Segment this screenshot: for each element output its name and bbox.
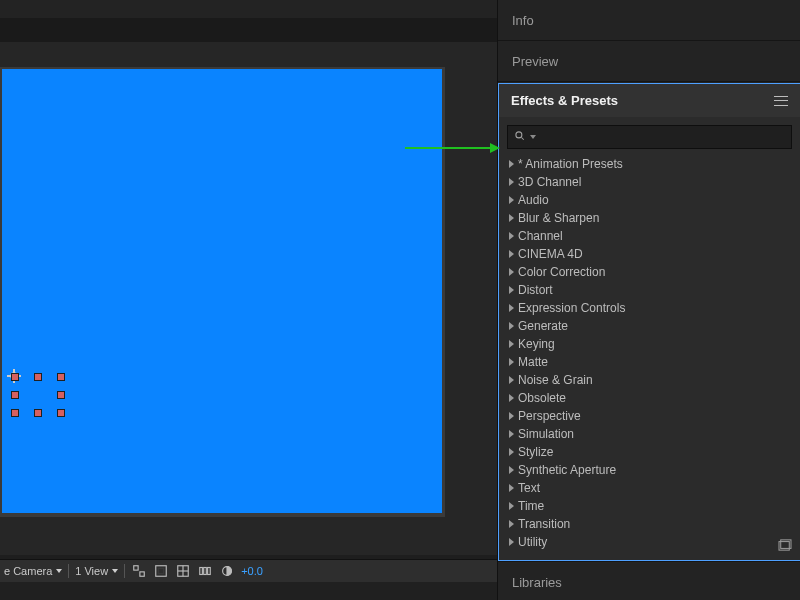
effects-presets-search[interactable] bbox=[507, 125, 792, 149]
right-panel-stack: Info Preview Effects & Presets bbox=[497, 0, 800, 600]
disclosure-triangle-icon[interactable] bbox=[509, 394, 514, 402]
view-layout-label: 1 View bbox=[75, 565, 108, 577]
effects-category-label: Text bbox=[518, 481, 540, 495]
composition-canvas[interactable] bbox=[2, 69, 442, 513]
svg-rect-9 bbox=[208, 568, 211, 575]
effects-presets-header[interactable]: Effects & Presets bbox=[498, 83, 800, 117]
effects-category[interactable]: Channel bbox=[507, 227, 792, 245]
disclosure-triangle-icon[interactable] bbox=[509, 484, 514, 492]
disclosure-triangle-icon[interactable] bbox=[509, 178, 514, 186]
info-panel-label: Info bbox=[512, 13, 534, 28]
effects-category[interactable]: Stylize bbox=[507, 443, 792, 461]
search-icon bbox=[514, 130, 526, 145]
active-camera-label: e Camera bbox=[4, 565, 52, 577]
disclosure-triangle-icon[interactable] bbox=[509, 286, 514, 294]
preview-panel-tab[interactable]: Preview bbox=[498, 41, 800, 82]
effects-category[interactable]: Blur & Sharpen bbox=[507, 209, 792, 227]
effects-category[interactable]: Audio bbox=[507, 191, 792, 209]
effects-category[interactable]: CINEMA 4D bbox=[507, 245, 792, 263]
effects-category[interactable]: Simulation bbox=[507, 425, 792, 443]
effects-category[interactable]: Text bbox=[507, 479, 792, 497]
resize-handle-top-middle[interactable] bbox=[34, 373, 42, 381]
resize-handle-top-right[interactable] bbox=[57, 373, 65, 381]
effects-category-label: Audio bbox=[518, 193, 549, 207]
svg-rect-2 bbox=[156, 566, 167, 577]
effects-presets-search-input[interactable] bbox=[540, 130, 785, 144]
effects-category[interactable]: Expression Controls bbox=[507, 299, 792, 317]
disclosure-triangle-icon[interactable] bbox=[509, 358, 514, 366]
resize-handle-bottom-middle[interactable] bbox=[34, 409, 42, 417]
resize-handle-bottom-left[interactable] bbox=[11, 409, 19, 417]
view-layout-dropdown[interactable]: 1 View bbox=[75, 565, 118, 577]
effects-category[interactable]: Generate bbox=[507, 317, 792, 335]
disclosure-triangle-icon[interactable] bbox=[509, 520, 514, 528]
libraries-panel-tab[interactable]: Libraries bbox=[498, 562, 800, 600]
toggle-transparency-grid-button[interactable] bbox=[131, 563, 147, 579]
effects-category[interactable]: Obsolete bbox=[507, 389, 792, 407]
effects-category[interactable]: Noise & Grain bbox=[507, 371, 792, 389]
chevron-down-icon bbox=[112, 569, 118, 573]
libraries-panel-label: Libraries bbox=[512, 575, 562, 590]
svg-rect-8 bbox=[204, 568, 207, 575]
disclosure-triangle-icon[interactable] bbox=[509, 196, 514, 204]
disclosure-triangle-icon[interactable] bbox=[509, 502, 514, 510]
exposure-value[interactable]: +0.0 bbox=[241, 565, 263, 577]
disclosure-triangle-icon[interactable] bbox=[509, 412, 514, 420]
composition-top-bar bbox=[0, 0, 497, 42]
disclosure-triangle-icon[interactable] bbox=[509, 250, 514, 258]
disclosure-triangle-icon[interactable] bbox=[509, 268, 514, 276]
active-camera-dropdown[interactable]: e Camera bbox=[4, 565, 62, 577]
effects-category[interactable]: Color Correction bbox=[507, 263, 792, 281]
disclosure-triangle-icon[interactable] bbox=[509, 304, 514, 312]
selected-layer[interactable] bbox=[11, 373, 67, 418]
effects-category[interactable]: Distort bbox=[507, 281, 792, 299]
resize-handle-top-left[interactable] bbox=[11, 373, 19, 381]
disclosure-triangle-icon[interactable] bbox=[509, 214, 514, 222]
disclosure-triangle-icon[interactable] bbox=[509, 430, 514, 438]
svg-line-12 bbox=[522, 137, 524, 139]
disclosure-triangle-icon[interactable] bbox=[509, 232, 514, 240]
disclosure-triangle-icon[interactable] bbox=[509, 376, 514, 384]
effects-category-label: Channel bbox=[518, 229, 563, 243]
resize-handle-middle-left[interactable] bbox=[11, 391, 19, 399]
composition-viewport-area bbox=[0, 42, 497, 555]
disclosure-triangle-icon[interactable] bbox=[509, 322, 514, 330]
effects-category-label: Distort bbox=[518, 283, 553, 297]
effects-category[interactable]: * Animation Presets bbox=[507, 155, 792, 173]
effects-category[interactable]: Keying bbox=[507, 335, 792, 353]
region-of-interest-button[interactable] bbox=[175, 563, 191, 579]
effects-category-label: Obsolete bbox=[518, 391, 566, 405]
chevron-down-icon bbox=[530, 135, 536, 139]
disclosure-triangle-icon[interactable] bbox=[509, 448, 514, 456]
disclosure-triangle-icon[interactable] bbox=[509, 340, 514, 348]
composition-viewport-frame[interactable] bbox=[0, 67, 445, 517]
viewer-status-bar: e Camera 1 View + bbox=[0, 559, 497, 600]
effects-category[interactable]: Synthetic Aperture bbox=[507, 461, 792, 479]
svg-rect-7 bbox=[200, 568, 203, 575]
toggle-mask-button[interactable] bbox=[153, 563, 169, 579]
info-panel-tab[interactable]: Info bbox=[498, 0, 800, 41]
composition-region bbox=[0, 0, 497, 555]
effects-category[interactable]: Matte bbox=[507, 353, 792, 371]
effects-category-label: Blur & Sharpen bbox=[518, 211, 599, 225]
separator bbox=[124, 564, 125, 578]
effects-category-label: Generate bbox=[518, 319, 568, 333]
effects-presets-tree[interactable]: * Animation Presets3D ChannelAudioBlur &… bbox=[507, 155, 792, 551]
effects-category-label: * Animation Presets bbox=[518, 157, 623, 171]
disclosure-triangle-icon[interactable] bbox=[509, 160, 514, 168]
effects-category[interactable]: 3D Channel bbox=[507, 173, 792, 191]
resize-handle-middle-right[interactable] bbox=[57, 391, 65, 399]
resize-handle-bottom-right[interactable] bbox=[57, 409, 65, 417]
effects-category-label: Time bbox=[518, 499, 544, 513]
exposure-reset-button[interactable] bbox=[219, 563, 235, 579]
effects-category-label: Color Correction bbox=[518, 265, 605, 279]
effects-category[interactable]: Time bbox=[507, 497, 792, 515]
effects-presets-footer bbox=[507, 536, 792, 554]
channel-view-button[interactable] bbox=[197, 563, 213, 579]
effects-category[interactable]: Perspective bbox=[507, 407, 792, 425]
effects-category[interactable]: Transition bbox=[507, 515, 792, 533]
disclosure-triangle-icon[interactable] bbox=[509, 466, 514, 474]
new-bin-icon[interactable] bbox=[778, 539, 792, 551]
effects-category-label: Expression Controls bbox=[518, 301, 625, 315]
panel-menu-icon[interactable] bbox=[774, 96, 788, 106]
